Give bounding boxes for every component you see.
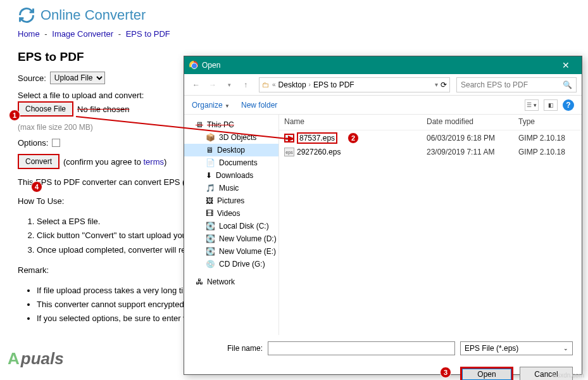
choose-file-button[interactable]: Choose File	[18, 101, 73, 117]
dialog-titlebar: Open ✕	[184, 56, 582, 74]
folder-tree: 🖥This PC 📦3D Objects 🖥Desktop 📄Documents…	[184, 115, 279, 335]
tree-documents[interactable]: 📄Documents	[184, 156, 278, 169]
tree-new-volume-e[interactable]: 💽New Volume (E:)	[184, 245, 278, 258]
tree-pictures[interactable]: 🖼Pictures	[184, 194, 278, 207]
tree-network[interactable]: 🖧Network	[184, 276, 278, 288]
file-row[interactable]: eps87537.eps 06/03/2019 6:18 PM GIMP 2.1…	[279, 130, 582, 146]
watermark: wsxdn.com	[553, 372, 584, 379]
column-type[interactable]: Type	[518, 117, 582, 126]
column-date[interactable]: Date modified	[427, 117, 518, 126]
open-file-dialog: Open ✕ ← → ▾ ↑ 🗀 « Desktop › EPS to PDF …	[184, 56, 582, 375]
tree-local-disk-c[interactable]: 💽Local Disk (C:)	[184, 220, 278, 232]
dialog-footer: File name: EPS File (*.eps)⌄ 3 Open Canc…	[184, 335, 582, 380]
preview-pane-icon[interactable]: ◧	[544, 99, 558, 111]
close-icon[interactable]: ✕	[553, 56, 579, 74]
arrow-head-icon	[288, 136, 294, 142]
annotation-3: 3	[440, 367, 451, 378]
chrome-icon	[189, 61, 198, 70]
breadcrumb-eps-to-pdf[interactable]: EPS to PDF	[126, 29, 170, 39]
open-button[interactable]: Open	[460, 367, 513, 380]
help-icon[interactable]: ?	[563, 99, 574, 111]
recent-icon[interactable]: ▾	[222, 78, 236, 92]
file-name-input[interactable]	[268, 341, 455, 355]
dialog-navbar: ← → ▾ ↑ 🗀 « Desktop › EPS to PDF ▾ ⟳ Sea…	[184, 74, 582, 96]
tree-desktop[interactable]: 🖥Desktop	[184, 144, 278, 156]
source-select[interactable]: Upload File	[50, 72, 105, 84]
search-input[interactable]: Search EPS to PDF 🔍	[456, 77, 577, 92]
breadcrumb: Home - Image Converter - EPS to PDF	[18, 29, 570, 39]
max-size-hint: (max file size 200 MB)	[18, 123, 93, 132]
breadcrumb-image-converter[interactable]: Image Converter	[52, 29, 113, 39]
terms-link[interactable]: terms	[143, 157, 164, 167]
file-name-label: File name:	[227, 344, 263, 353]
refresh-icon	[18, 6, 35, 24]
tree-downloads[interactable]: ⬇Downloads	[184, 169, 278, 182]
confirm-text: (confirm you agree to terms)	[63, 157, 166, 167]
back-icon[interactable]: ←	[189, 78, 203, 92]
no-file-text: No file chosen	[77, 104, 129, 114]
options-checkbox[interactable]	[52, 139, 60, 147]
breadcrumb-home[interactable]: Home	[18, 29, 40, 39]
column-name[interactable]: Name	[284, 117, 427, 126]
tree-cd-drive-g[interactable]: 💿CD Drive (G:)	[184, 258, 278, 270]
folder-icon: 🗀	[262, 80, 270, 89]
address-bar[interactable]: 🗀 « Desktop › EPS to PDF ▾ ⟳	[259, 77, 450, 92]
new-folder-button[interactable]: New folder	[241, 101, 277, 110]
dialog-title: Open	[202, 61, 220, 70]
file-list-header: Name Date modified Type	[279, 115, 582, 130]
source-label: Source:	[18, 73, 46, 83]
search-icon: 🔍	[563, 80, 572, 89]
annotation-4: 4	[31, 181, 42, 193]
refresh-address-icon[interactable]: ⟳	[441, 80, 447, 89]
forward-icon[interactable]: →	[206, 78, 220, 92]
select-file-label: Select a file to upload and convert:	[18, 91, 144, 100]
convert-button[interactable]: Convert	[18, 154, 59, 169]
tree-music[interactable]: 🎵Music	[184, 182, 278, 194]
organize-menu[interactable]: Organize ▼	[192, 101, 230, 110]
eps-file-icon: eps	[284, 148, 294, 156]
file-list: Name Date modified Type eps87537.eps 06/…	[279, 115, 582, 335]
dialog-toolbar: Organize ▼ New folder ☰ ▾ ◧ ?	[184, 96, 582, 115]
file-type-select[interactable]: EPS File (*.eps)⌄	[460, 341, 573, 355]
annotation-2: 2	[347, 132, 359, 144]
logo-text: Online Converter	[41, 7, 146, 23]
tree-new-volume-d[interactable]: 💽New Volume (D:)	[184, 232, 278, 245]
options-label: Options:	[18, 138, 48, 148]
annotation-1: 1	[9, 110, 20, 121]
up-icon[interactable]: ↑	[239, 78, 253, 92]
apuals-logo: Apuals	[8, 349, 64, 369]
site-logo: Online Converter	[18, 6, 570, 24]
file-row[interactable]: eps2927260.eps 23/09/2019 7:11 AM GIMP 2…	[279, 146, 582, 158]
tree-videos[interactable]: 🎞Videos	[184, 207, 278, 220]
view-mode-icon[interactable]: ☰ ▾	[525, 99, 539, 111]
